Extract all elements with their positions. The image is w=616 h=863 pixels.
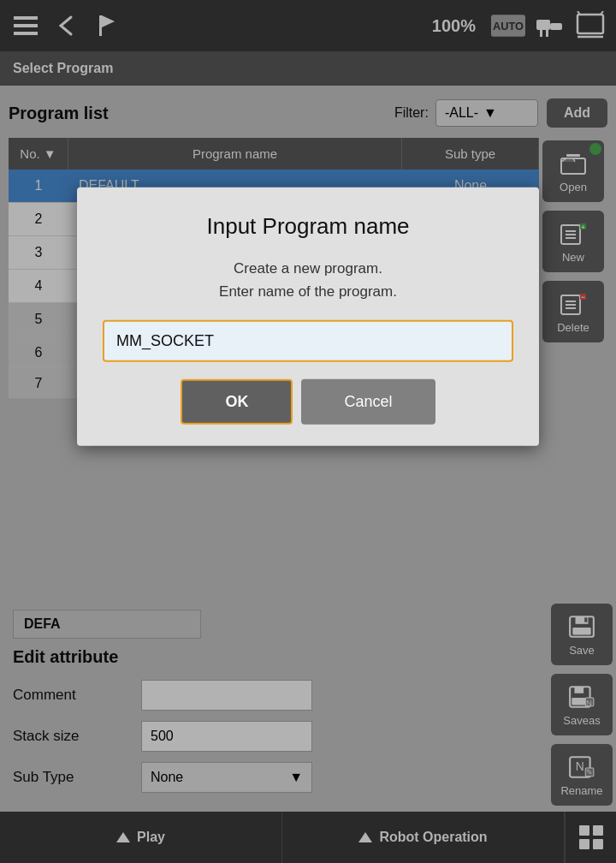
dialog-title: Input Program name	[103, 213, 513, 240]
dialog-message: Create a new program. Enter name of the …	[103, 257, 513, 303]
dialog-message-line2: Enter name of the program.	[219, 283, 397, 300]
dialog-message-line1: Create a new program.	[234, 260, 382, 277]
input-program-dialog: Input Program name Create a new program.…	[77, 187, 539, 446]
dialog-buttons: OK Cancel	[103, 379, 513, 425]
dialog-ok-button[interactable]: OK	[181, 379, 293, 425]
program-name-input[interactable]	[103, 320, 513, 362]
dialog-cancel-button[interactable]: Cancel	[301, 379, 435, 425]
